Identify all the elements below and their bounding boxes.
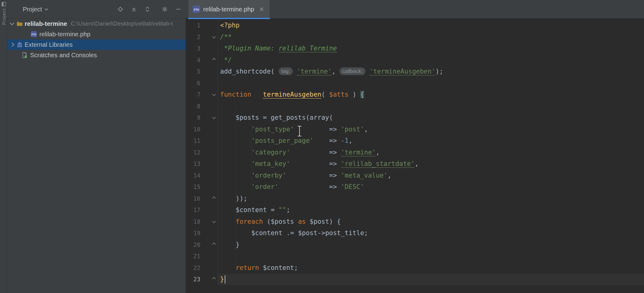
- code-line[interactable]: 4 */: [186, 54, 644, 66]
- expand-all-icon[interactable]: [143, 5, 152, 14]
- gutter-cell: 8: [186, 101, 218, 112]
- code-token: [365, 68, 369, 75]
- line-number: 11: [186, 135, 200, 147]
- gutter-cell: 16: [186, 193, 218, 205]
- gutter-cell: 1: [186, 20, 218, 31]
- collapse-all-icon[interactable]: [130, 5, 138, 14]
- hide-panel-icon[interactable]: [174, 5, 183, 14]
- code-line[interactable]: 23}: [186, 274, 644, 285]
- line-number: 21: [186, 251, 200, 262]
- code-text: $content .= $post->post_title;: [218, 227, 644, 239]
- line-number: 20: [186, 239, 200, 251]
- gutter-cell: 22: [186, 262, 218, 274]
- code-token: 'posts_per_page': [251, 137, 313, 144]
- code-line[interactable]: 18 foreach ($posts as $post) {: [186, 216, 644, 228]
- code-text: }: [218, 274, 644, 285]
- project-tool-window-button[interactable]: Project: [0, 0, 7, 25]
- gutter-cell: 19: [186, 227, 218, 239]
- line-number: 12: [186, 147, 200, 159]
- tab-close-icon[interactable]: ✕: [259, 6, 264, 13]
- code-line[interactable]: 6: [186, 78, 644, 89]
- code-line[interactable]: 16 ));: [186, 193, 644, 205]
- chevron-expanded-icon[interactable]: [10, 21, 14, 25]
- code-line[interactable]: 2/**: [186, 31, 644, 43]
- line-number: 8: [186, 101, 200, 112]
- code-token: 'meta_value': [341, 172, 388, 179]
- code-line[interactable]: 19 $content .= $post->post_title;: [186, 227, 644, 239]
- code-line[interactable]: 7function termineAusgeben( $atts ) {: [186, 89, 644, 101]
- code-text: [218, 78, 644, 89]
- code-token: [294, 218, 298, 225]
- code-text: }: [218, 239, 644, 251]
- code-line[interactable]: 1<?php: [186, 20, 644, 31]
- locate-icon[interactable]: [116, 5, 125, 14]
- fold-toggle-icon[interactable]: [200, 116, 218, 119]
- code-text: 'meta_key' => 'relilab_startdate',: [218, 158, 644, 170]
- fold-toggle-icon[interactable]: [200, 93, 218, 96]
- code-line[interactable]: 10 'post_type' => 'post',: [186, 124, 644, 135]
- code-token: [293, 68, 297, 75]
- code-text: *Plugin Name: relilab Termine: [218, 43, 644, 54]
- text-caret: [225, 275, 225, 283]
- project-panel-title[interactable]: Project: [23, 0, 47, 18]
- code-line[interactable]: 5add_shortcode( tag: 'termine', callback…: [186, 66, 644, 78]
- code-text: $content = "";: [218, 204, 644, 216]
- code-line[interactable]: 8: [186, 101, 644, 112]
- code-line[interactable]: 9 $posts = get_posts(array(: [186, 112, 644, 124]
- fold-toggle-icon[interactable]: [200, 278, 218, 281]
- tree-item-label: Scratches and Consoles: [30, 52, 97, 59]
- code-token: 'termineAusgeben': [369, 68, 436, 75]
- fold-toggle-icon[interactable]: [200, 243, 218, 246]
- fold-toggle-icon[interactable]: [200, 197, 218, 200]
- gutter-cell: 20: [186, 239, 218, 251]
- code-token: [220, 229, 251, 237]
- tree-item-php-file[interactable]: php relilab-termine.php: [7, 29, 186, 39]
- gutter-cell: 3: [186, 43, 218, 54]
- tree-item-root-folder[interactable]: relilab-termine C:\Users\Daniel\Desktop\…: [7, 18, 186, 29]
- code-token: =>: [290, 149, 341, 156]
- code-line[interactable]: 15 'order' => 'DESC': [186, 181, 644, 193]
- line-number: 19: [186, 227, 200, 239]
- code-line[interactable]: 22 return $content;: [186, 262, 644, 274]
- line-number: 13: [186, 158, 200, 170]
- fold-toggle-icon[interactable]: [200, 59, 218, 62]
- code-text: /**: [218, 31, 644, 43]
- code-line[interactable]: 20 }: [186, 239, 644, 251]
- code-text: 'category' => 'termine',: [218, 147, 644, 159]
- gutter-cell: 17: [186, 204, 218, 216]
- tree-item-external-libraries[interactable]: External Libraries: [7, 39, 186, 50]
- code-token: $posts: [271, 218, 294, 225]
- code-line[interactable]: 12 'category' => 'termine',: [186, 147, 644, 159]
- code-token: foreach: [236, 218, 263, 225]
- gutter-cell: 21: [186, 251, 218, 262]
- code-editor[interactable]: 1<?php2/**3 *Plugin Name: relilab Termin…: [186, 18, 644, 293]
- tree-item-scratches[interactable]: Scratches and Consoles: [7, 50, 186, 60]
- scratches-icon: [22, 52, 28, 58]
- line-number: 14: [186, 170, 200, 182]
- code-token: $content: [263, 264, 294, 271]
- code-token: add_shortcode(: [220, 68, 279, 75]
- code-token: ,: [376, 149, 380, 156]
- tool-window-strip: Project: [0, 0, 7, 293]
- code-line[interactable]: 3 *Plugin Name: relilab Termine: [186, 43, 644, 54]
- code-token: 'DESC': [341, 183, 364, 191]
- code-text: 'orderby' => 'meta_value',: [218, 170, 644, 182]
- code-text: 'posts_per_page' => -1,: [218, 135, 644, 147]
- code-line[interactable]: 17 $content = "";: [186, 204, 644, 216]
- tab-label: relilab-termine.php: [203, 6, 254, 13]
- code-token: 'category': [251, 149, 290, 156]
- chevron-collapsed-icon[interactable]: [10, 42, 14, 47]
- fold-toggle-icon[interactable]: [200, 220, 218, 223]
- fold-toggle-icon[interactable]: [200, 36, 218, 38]
- parameter-hint: callback:: [340, 67, 365, 75]
- code-line[interactable]: 21: [186, 251, 644, 262]
- tab-relilab-termine-php[interactable]: php relilab-termine.php ✕: [188, 0, 270, 18]
- gutter-cell: 12: [186, 147, 218, 159]
- code-line[interactable]: 14 'orderby' => 'meta_value',: [186, 170, 644, 182]
- code-area[interactable]: 1<?php2/**3 *Plugin Name: relilab Termin…: [186, 20, 644, 285]
- code-line[interactable]: 13 'meta_key' => 'relilab_startdate',: [186, 158, 644, 170]
- code-line[interactable]: 11 'posts_per_page' => -1,: [186, 135, 644, 147]
- settings-gear-icon[interactable]: [160, 5, 169, 14]
- code-text: ));: [218, 193, 644, 205]
- line-number: 23: [186, 274, 200, 285]
